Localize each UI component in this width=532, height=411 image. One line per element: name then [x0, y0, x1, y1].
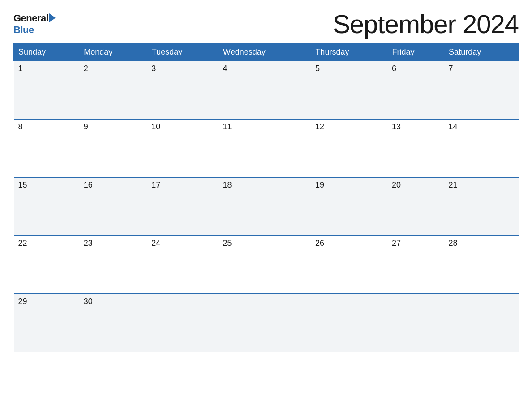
day-8: 8 — [14, 119, 79, 177]
day-28: 28 — [444, 235, 519, 294]
day-2: 2 — [79, 61, 147, 119]
page-header: General Blue September 2024 — [13, 9, 519, 39]
day-empty-1 — [147, 294, 218, 352]
week-row-4: 22 23 24 25 26 27 28 — [14, 235, 519, 294]
logo-text: General Blue — [13, 13, 56, 36]
header-saturday: Saturday — [444, 44, 519, 61]
header-friday: Friday — [387, 44, 444, 61]
calendar-page: General Blue September 2024 Sunday Monda… — [0, 0, 532, 411]
header-wednesday: Wednesday — [219, 44, 311, 61]
day-29: 29 — [14, 294, 79, 352]
day-empty-4 — [387, 294, 444, 352]
month-title: September 2024 — [333, 9, 519, 39]
day-4: 4 — [219, 61, 311, 119]
day-16: 16 — [79, 177, 147, 235]
week-row-5: 29 30 — [14, 294, 519, 352]
calendar-table: Sunday Monday Tuesday Wednesday Thursday… — [13, 43, 519, 352]
week-row-3: 15 16 17 18 19 20 21 — [14, 177, 519, 235]
day-30: 30 — [79, 294, 147, 352]
day-20: 20 — [387, 177, 444, 235]
day-18: 18 — [219, 177, 311, 235]
day-26: 26 — [311, 235, 387, 294]
day-7: 7 — [444, 61, 519, 119]
day-13: 13 — [387, 119, 444, 177]
day-11: 11 — [219, 119, 311, 177]
day-24: 24 — [147, 235, 218, 294]
day-3: 3 — [147, 61, 218, 119]
logo: General Blue — [13, 13, 56, 36]
day-19: 19 — [311, 177, 387, 235]
day-23: 23 — [79, 235, 147, 294]
day-empty-3 — [311, 294, 387, 352]
calendar-header: Sunday Monday Tuesday Wednesday Thursday… — [14, 44, 519, 61]
day-27: 27 — [387, 235, 444, 294]
day-21: 21 — [444, 177, 519, 235]
day-empty-2 — [219, 294, 311, 352]
week-row-1: 1 2 3 4 5 6 7 — [14, 61, 519, 119]
week-row-2: 8 9 10 11 12 13 14 — [14, 119, 519, 177]
calendar-body: 1 2 3 4 5 6 7 8 9 10 11 12 13 14 15 16 1… — [14, 61, 519, 352]
day-5: 5 — [311, 61, 387, 119]
day-9: 9 — [79, 119, 147, 177]
day-14: 14 — [444, 119, 519, 177]
day-17: 17 — [147, 177, 218, 235]
day-10: 10 — [147, 119, 218, 177]
logo-triangle-icon — [49, 13, 56, 22]
day-headers-row: Sunday Monday Tuesday Wednesday Thursday… — [14, 44, 519, 61]
header-sunday: Sunday — [14, 44, 79, 61]
header-thursday: Thursday — [311, 44, 387, 61]
day-22: 22 — [14, 235, 79, 294]
header-monday: Monday — [79, 44, 147, 61]
logo-general-text: General — [13, 13, 48, 24]
day-1: 1 — [14, 61, 79, 119]
logo-blue-text: Blue — [13, 24, 56, 36]
day-6: 6 — [387, 61, 444, 119]
day-25: 25 — [219, 235, 311, 294]
day-12: 12 — [311, 119, 387, 177]
header-tuesday: Tuesday — [147, 44, 218, 61]
day-15: 15 — [14, 177, 79, 235]
day-empty-5 — [444, 294, 519, 352]
